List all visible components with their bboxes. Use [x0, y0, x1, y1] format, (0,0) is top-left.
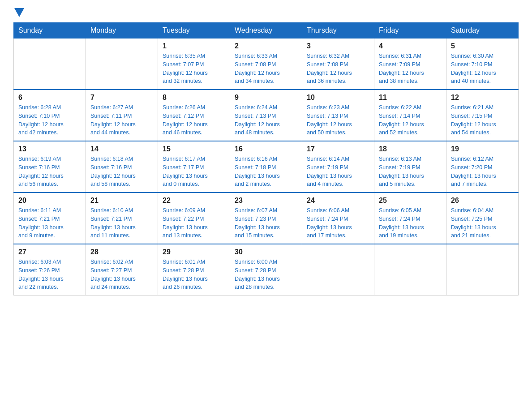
- day-info: Sunrise: 6:22 AMSunset: 7:14 PMDaylight:…: [379, 103, 442, 137]
- day-number: 7: [90, 94, 153, 102]
- calendar-cell: 14Sunrise: 6:18 AMSunset: 7:16 PMDayligh…: [86, 141, 158, 193]
- calendar-cell: 12Sunrise: 6:21 AMSunset: 7:15 PMDayligh…: [446, 90, 519, 141]
- calendar-cell: 30Sunrise: 6:00 AMSunset: 7:28 PMDayligh…: [230, 244, 302, 295]
- calendar-cell: 7Sunrise: 6:27 AMSunset: 7:11 PMDaylight…: [86, 90, 158, 141]
- calendar-cell: 1Sunrise: 6:35 AMSunset: 7:07 PMDaylight…: [158, 39, 230, 90]
- day-number: 22: [163, 197, 225, 205]
- weekday-header-friday: Friday: [374, 23, 446, 39]
- weekday-header-sunday: Sunday: [14, 23, 86, 39]
- day-info: Sunrise: 6:12 AMSunset: 7:20 PMDaylight:…: [451, 155, 514, 188]
- calendar-week-row: 20Sunrise: 6:11 AMSunset: 7:21 PMDayligh…: [14, 193, 519, 244]
- calendar-cell: 19Sunrise: 6:12 AMSunset: 7:20 PMDayligh…: [446, 141, 519, 193]
- logo-triangle-icon: [14, 8, 24, 18]
- weekday-header-monday: Monday: [86, 23, 158, 39]
- day-number: 17: [307, 145, 369, 153]
- day-number: 13: [18, 145, 81, 153]
- day-number: 11: [379, 94, 442, 102]
- calendar-cell: [86, 39, 158, 90]
- day-info: Sunrise: 6:17 AMSunset: 7:17 PMDaylight:…: [163, 155, 225, 188]
- day-info: Sunrise: 6:02 AMSunset: 7:27 PMDaylight:…: [90, 258, 153, 291]
- day-info: Sunrise: 6:14 AMSunset: 7:19 PMDaylight:…: [307, 155, 369, 188]
- calendar-cell: 13Sunrise: 6:19 AMSunset: 7:16 PMDayligh…: [14, 141, 86, 193]
- svg-marker-0: [14, 8, 24, 17]
- day-info: Sunrise: 6:11 AMSunset: 7:21 PMDaylight:…: [18, 206, 81, 240]
- calendar-cell: 22Sunrise: 6:09 AMSunset: 7:22 PMDayligh…: [158, 193, 230, 244]
- day-number: 29: [163, 248, 225, 256]
- day-info: Sunrise: 6:31 AMSunset: 7:09 PMDaylight:…: [379, 52, 442, 86]
- calendar-cell: 5Sunrise: 6:30 AMSunset: 7:10 PMDaylight…: [446, 39, 519, 90]
- weekday-header-wednesday: Wednesday: [230, 23, 302, 39]
- calendar-cell: 18Sunrise: 6:13 AMSunset: 7:19 PMDayligh…: [374, 141, 446, 193]
- day-info: Sunrise: 6:19 AMSunset: 7:16 PMDaylight:…: [18, 155, 81, 188]
- day-number: 14: [90, 145, 153, 153]
- day-info: Sunrise: 6:33 AMSunset: 7:08 PMDaylight:…: [235, 52, 297, 86]
- calendar-cell: 26Sunrise: 6:04 AMSunset: 7:25 PMDayligh…: [446, 193, 519, 244]
- calendar-cell: 25Sunrise: 6:05 AMSunset: 7:24 PMDayligh…: [374, 193, 446, 244]
- day-number: 24: [307, 197, 369, 205]
- page-header: [13, 9, 519, 18]
- day-number: 4: [379, 42, 442, 50]
- day-number: 5: [451, 42, 514, 50]
- day-info: Sunrise: 6:03 AMSunset: 7:26 PMDaylight:…: [18, 258, 81, 291]
- day-number: 15: [163, 145, 225, 153]
- day-number: 8: [163, 94, 225, 102]
- day-number: 1: [163, 42, 225, 50]
- day-number: 2: [235, 42, 297, 50]
- calendar-cell: 2Sunrise: 6:33 AMSunset: 7:08 PMDaylight…: [230, 39, 302, 90]
- calendar-cell: 24Sunrise: 6:06 AMSunset: 7:24 PMDayligh…: [302, 193, 374, 244]
- calendar-cell: 23Sunrise: 6:07 AMSunset: 7:23 PMDayligh…: [230, 193, 302, 244]
- calendar-week-row: 6Sunrise: 6:28 AMSunset: 7:10 PMDaylight…: [14, 90, 519, 141]
- day-number: 27: [18, 248, 81, 256]
- day-number: 10: [307, 94, 369, 102]
- calendar-week-row: 27Sunrise: 6:03 AMSunset: 7:26 PMDayligh…: [14, 244, 519, 295]
- calendar-cell: 6Sunrise: 6:28 AMSunset: 7:10 PMDaylight…: [14, 90, 86, 141]
- day-number: 6: [18, 94, 81, 102]
- calendar-cell: [302, 244, 374, 295]
- day-number: 9: [235, 94, 297, 102]
- calendar-cell: 8Sunrise: 6:26 AMSunset: 7:12 PMDaylight…: [158, 90, 230, 141]
- day-info: Sunrise: 6:00 AMSunset: 7:28 PMDaylight:…: [235, 258, 297, 291]
- calendar-week-row: 1Sunrise: 6:35 AMSunset: 7:07 PMDaylight…: [14, 39, 519, 90]
- day-number: 25: [379, 197, 442, 205]
- day-number: 30: [235, 248, 297, 256]
- day-info: Sunrise: 6:01 AMSunset: 7:28 PMDaylight:…: [163, 258, 225, 291]
- day-info: Sunrise: 6:13 AMSunset: 7:19 PMDaylight:…: [379, 155, 442, 188]
- day-info: Sunrise: 6:27 AMSunset: 7:11 PMDaylight:…: [90, 103, 153, 137]
- calendar-cell: [446, 244, 519, 295]
- calendar-cell: [14, 39, 86, 90]
- day-info: Sunrise: 6:05 AMSunset: 7:24 PMDaylight:…: [379, 206, 442, 240]
- day-info: Sunrise: 6:18 AMSunset: 7:16 PMDaylight:…: [90, 155, 153, 188]
- day-number: 16: [235, 145, 297, 153]
- day-info: Sunrise: 6:04 AMSunset: 7:25 PMDaylight:…: [451, 206, 514, 240]
- day-number: 28: [90, 248, 153, 256]
- logo: [13, 9, 24, 18]
- calendar-cell: 27Sunrise: 6:03 AMSunset: 7:26 PMDayligh…: [14, 244, 86, 295]
- calendar-cell: 16Sunrise: 6:16 AMSunset: 7:18 PMDayligh…: [230, 141, 302, 193]
- day-info: Sunrise: 6:10 AMSunset: 7:21 PMDaylight:…: [90, 206, 153, 240]
- day-number: 18: [379, 145, 442, 153]
- calendar-cell: 20Sunrise: 6:11 AMSunset: 7:21 PMDayligh…: [14, 193, 86, 244]
- day-info: Sunrise: 6:32 AMSunset: 7:08 PMDaylight:…: [307, 52, 369, 86]
- day-info: Sunrise: 6:23 AMSunset: 7:13 PMDaylight:…: [307, 103, 369, 137]
- day-info: Sunrise: 6:28 AMSunset: 7:10 PMDaylight:…: [18, 103, 81, 137]
- day-number: 19: [451, 145, 514, 153]
- day-number: 26: [451, 197, 514, 205]
- day-info: Sunrise: 6:09 AMSunset: 7:22 PMDaylight:…: [163, 206, 225, 240]
- calendar-week-row: 13Sunrise: 6:19 AMSunset: 7:16 PMDayligh…: [14, 141, 519, 193]
- day-number: 21: [90, 197, 153, 205]
- calendar-cell: 17Sunrise: 6:14 AMSunset: 7:19 PMDayligh…: [302, 141, 374, 193]
- calendar-cell: 28Sunrise: 6:02 AMSunset: 7:27 PMDayligh…: [86, 244, 158, 295]
- day-number: 20: [18, 197, 81, 205]
- calendar-cell: 21Sunrise: 6:10 AMSunset: 7:21 PMDayligh…: [86, 193, 158, 244]
- day-info: Sunrise: 6:30 AMSunset: 7:10 PMDaylight:…: [451, 52, 514, 86]
- day-number: 23: [235, 197, 297, 205]
- day-number: 12: [451, 94, 514, 102]
- day-info: Sunrise: 6:21 AMSunset: 7:15 PMDaylight:…: [451, 103, 514, 137]
- weekday-header-tuesday: Tuesday: [158, 23, 230, 39]
- day-info: Sunrise: 6:07 AMSunset: 7:23 PMDaylight:…: [235, 206, 297, 240]
- day-info: Sunrise: 6:24 AMSunset: 7:13 PMDaylight:…: [235, 103, 297, 137]
- calendar-cell: 9Sunrise: 6:24 AMSunset: 7:13 PMDaylight…: [230, 90, 302, 141]
- day-info: Sunrise: 6:35 AMSunset: 7:07 PMDaylight:…: [163, 52, 225, 86]
- calendar-table: SundayMondayTuesdayWednesdayThursdayFrid…: [13, 22, 519, 295]
- day-number: 3: [307, 42, 369, 50]
